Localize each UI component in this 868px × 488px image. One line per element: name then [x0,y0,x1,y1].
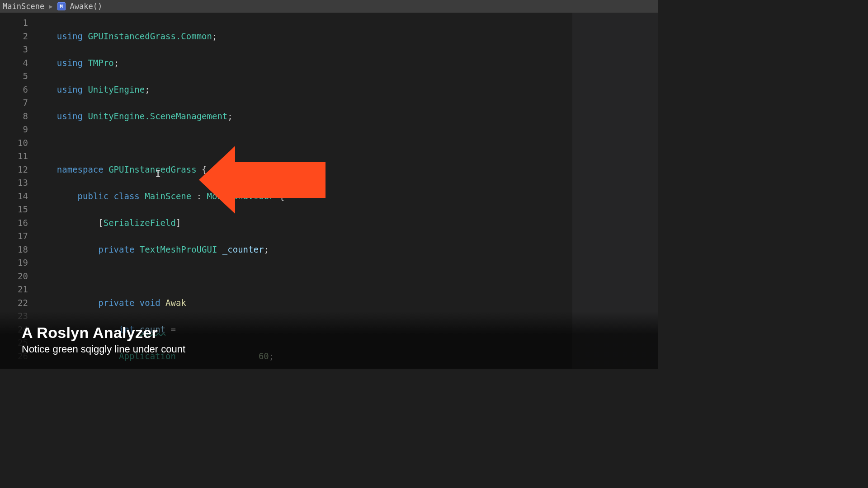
code-line[interactable]: using UnityEngine.SceneManagement; [36,110,572,123]
line-number: 15 [0,203,28,216]
caption-subtitle: Notice green sqiggly line under count [22,343,637,355]
code-line[interactable]: public class MainScene : MonoBehaviour { [36,190,572,203]
code-line[interactable]: private void Awak [36,296,572,310]
line-number: 9 [0,123,28,136]
line-number: 10 [0,136,28,150]
line-number: 4 [0,56,28,70]
line-number: 17 [0,230,28,243]
breadcrumb-method[interactable]: Awake() [70,2,103,11]
code-line[interactable] [36,136,572,150]
caption-overlay: A Roslyn Analyzer Notice green sqiggly l… [0,311,658,369]
breadcrumb-class[interactable]: MainScene [3,2,44,11]
code-line[interactable]: using UnityEngine; [36,83,572,97]
line-number: 22 [0,296,28,310]
method-icon: M [57,2,66,10]
line-number: 1 [0,16,28,30]
code-line[interactable]: [SerializeField] [36,216,572,230]
line-number: 14 [0,190,28,203]
line-number: 8 [0,110,28,123]
code-line[interactable]: using TMPro; [36,56,572,70]
breadcrumb[interactable]: MainScene ▶ M Awake() [0,0,658,13]
line-number: 16 [0,216,28,230]
line-number: 12 [0,163,28,177]
code-line[interactable]: namespace GPUInstancedGrass { [36,163,572,177]
chevron-right-icon: ▶ [49,3,52,10]
code-line[interactable] [36,270,572,283]
line-number: 2 [0,30,28,43]
line-number: 7 [0,96,28,110]
caption-title: A Roslyn Analyzer [22,324,637,342]
line-number: 11 [0,150,28,163]
line-number: 13 [0,176,28,190]
line-number: 19 [0,256,28,270]
code-line[interactable]: using GPUInstancedGrass.Common; [36,30,572,43]
line-number: 20 [0,270,28,283]
line-number: 18 [0,243,28,257]
line-number: 3 [0,43,28,56]
line-number: 21 [0,283,28,296]
line-number: 5 [0,70,28,83]
code-line[interactable]: private TextMeshProUGUI _counter; [36,243,572,257]
line-number: 6 [0,83,28,97]
